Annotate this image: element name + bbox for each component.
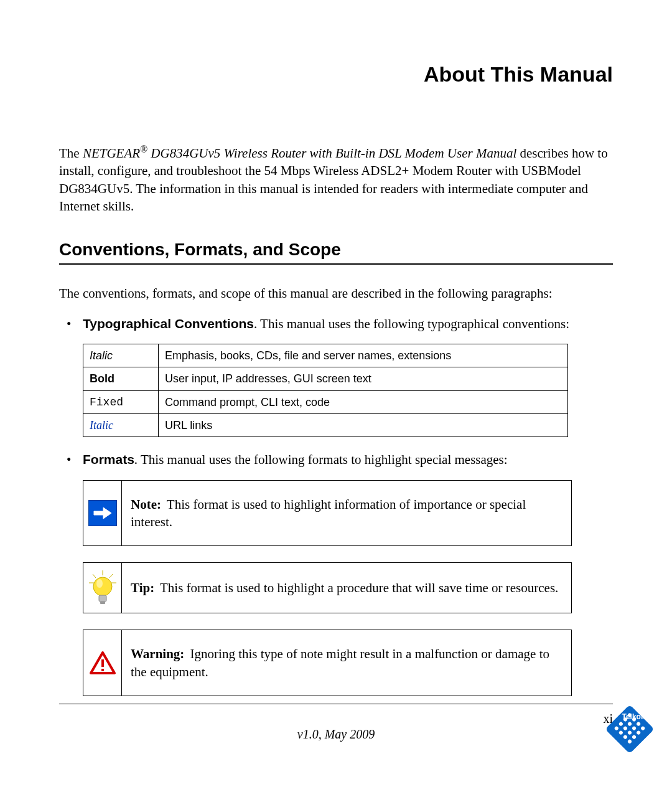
table-row: ItalicURL links <box>83 413 568 437</box>
telkom-logo: Telkom <box>599 698 661 760</box>
svg-rect-7 <box>99 595 106 602</box>
footer-rule <box>59 704 613 704</box>
tip-callout: Tip: This format is used to highlight a … <box>83 562 572 613</box>
warning-icon-cell <box>83 630 122 696</box>
lightbulb-icon <box>86 569 119 606</box>
arrow-right-icon <box>88 500 117 526</box>
note-icon-cell <box>83 481 122 546</box>
intro-pre: The <box>59 146 83 161</box>
bullet-formats: Formats. This manual uses the following … <box>78 451 613 696</box>
version-text: v1.0, May 2009 <box>0 727 672 742</box>
convention-label: Italic <box>83 413 159 437</box>
svg-point-6 <box>96 579 103 588</box>
convention-desc: Emphasis, books, CDs, file and server na… <box>159 344 568 367</box>
callout-body: Ignoring this type of note might result … <box>131 646 549 679</box>
note-callout: Note: This format is used to highlight i… <box>83 480 572 547</box>
svg-rect-10 <box>101 669 104 671</box>
intro-paragraph: The NETGEAR® DG834GUv5 Wireless Router w… <box>59 143 613 215</box>
bullet-rest: . This manual uses the following typogra… <box>254 316 569 331</box>
callout-label: Note: <box>131 497 161 512</box>
bullet-lead: Formats <box>83 452 134 466</box>
section-heading: Conventions, Formats, and Scope <box>59 240 613 265</box>
svg-line-2 <box>110 574 113 578</box>
conventions-table: ItalicEmphasis, books, CDs, file and ser… <box>83 344 568 437</box>
warning-callout: Warning: Ignoring this type of note migh… <box>83 630 572 696</box>
callout-body: This format is used to highlight informa… <box>131 497 526 529</box>
table-row: ItalicEmphasis, books, CDs, file and ser… <box>83 344 568 367</box>
warning-triangle-icon <box>89 651 116 676</box>
document-page: About This Manual The NETGEAR® DG834GUv5… <box>0 0 672 807</box>
convention-desc: User input, IP addresses, GUI screen tex… <box>159 367 568 390</box>
convention-label: Fixed <box>83 390 159 413</box>
note-text: Note: This format is used to highlight i… <box>122 481 571 546</box>
callout-label: Tip: <box>131 580 154 595</box>
warning-text: Warning: Ignoring this type of note migh… <box>122 630 571 696</box>
logo-text: Telkom <box>622 712 647 721</box>
callout-body: This format is used to highlight a proce… <box>157 580 558 595</box>
product-name: NETGEAR® DG834GUv5 Wireless Router with … <box>83 146 516 161</box>
table-row: BoldUser input, IP addresses, GUI screen… <box>83 367 568 390</box>
table-row: FixedCommand prompt, CLI text, code <box>83 390 568 413</box>
convention-label: Italic <box>83 344 159 367</box>
bullet-lead: Typographical Conventions <box>83 316 254 331</box>
page-title: About This Manual <box>59 62 613 87</box>
svg-point-5 <box>93 577 112 596</box>
lead-paragraph: The conventions, formats, and scope of t… <box>59 285 613 302</box>
svg-line-1 <box>93 574 96 578</box>
registered-mark: ® <box>140 144 147 154</box>
svg-rect-8 <box>100 602 105 604</box>
tip-icon-cell <box>83 563 122 613</box>
svg-rect-9 <box>101 659 104 667</box>
convention-desc: Command prompt, CLI text, code <box>159 390 568 413</box>
bullet-list: Typographical Conventions. This manual u… <box>59 315 613 696</box>
convention-desc: URL links <box>159 413 568 437</box>
bullet-typographical: Typographical Conventions. This manual u… <box>78 315 613 438</box>
tip-text: Tip: This format is used to highlight a … <box>122 563 571 613</box>
callout-label: Warning: <box>131 646 184 661</box>
convention-label: Bold <box>83 367 159 390</box>
bullet-rest: . This manual uses the following formats… <box>134 452 508 467</box>
